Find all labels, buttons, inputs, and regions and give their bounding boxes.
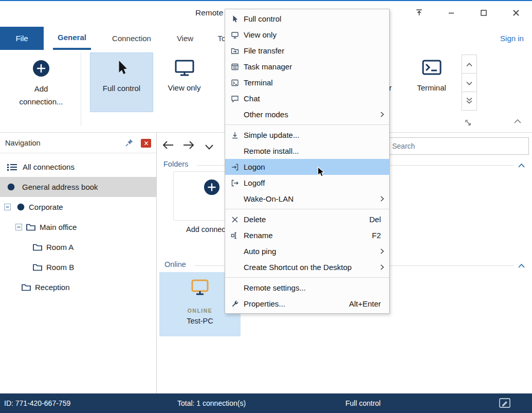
forward-button[interactable]	[182, 140, 195, 152]
ribbon-scroll-up-button[interactable]	[462, 55, 477, 74]
chevron-down-icon	[466, 78, 472, 87]
sidebar-item-general-address-book[interactable]: General address book	[0, 177, 156, 197]
minimize-button[interactable]	[443, 6, 460, 21]
collapse-expander-icon[interactable]	[4, 204, 11, 210]
mode-view-only-button[interactable]: View only	[155, 52, 213, 112]
submenu-arrow-icon	[380, 264, 384, 270]
menu-item-label: Full control	[244, 14, 281, 23]
sidebar-item-all-connections[interactable]: All connections	[0, 157, 156, 177]
menu-item-chat[interactable]: Chat	[225, 91, 389, 106]
navigation-dropdown-button[interactable]	[204, 143, 214, 152]
menu-item-create-shortcut[interactable]: Create Shortcut on the Desktop	[225, 259, 389, 275]
ribbon-collapse-button[interactable]	[513, 117, 522, 126]
address-book-icon	[17, 203, 25, 211]
menu-item-label: Simple update...	[244, 131, 299, 139]
logoff-icon	[230, 179, 240, 187]
status-badge: ONLINE	[188, 308, 213, 314]
tab-connection[interactable]: Connection	[107, 27, 156, 50]
menu-item-remote-install[interactable]: Remote install...	[225, 143, 389, 159]
menu-item-full-control[interactable]: Full control	[225, 11, 389, 27]
sidebar-item-room-b[interactable]: Room B	[0, 257, 156, 277]
tab-file[interactable]: File	[0, 27, 44, 50]
folders-collapse-button[interactable]	[518, 161, 525, 170]
menu-item-rename[interactable]: Rename F2	[225, 227, 389, 243]
sign-in-link[interactable]: Sign in	[497, 27, 527, 50]
tree-item-label: Main office	[40, 223, 77, 231]
menu-item-task-manager[interactable]: Task manager	[225, 59, 389, 75]
folders-group-label: Folders	[163, 160, 188, 168]
wrench-icon	[230, 300, 240, 308]
chat-icon	[230, 95, 240, 103]
address-book-icon	[7, 183, 15, 191]
feedback-note-icon[interactable]	[499, 398, 511, 409]
close-icon	[511, 8, 521, 19]
add-plus-icon	[32, 60, 50, 79]
menu-item-wake-on-lan[interactable]: Wake-On-LAN	[225, 191, 389, 207]
menu-item-label: Wake-On-LAN	[244, 194, 293, 203]
tab-view[interactable]: View	[174, 27, 196, 50]
menu-item-logoff[interactable]: Logoff	[225, 175, 389, 191]
chevron-down-icon	[204, 143, 214, 152]
menu-separator	[225, 124, 389, 125]
menu-item-file-transfer[interactable]: File transfer	[225, 43, 389, 59]
ribbon-dialog-launcher[interactable]	[464, 119, 471, 128]
menu-item-properties[interactable]: Properties... Alt+Enter	[225, 296, 389, 312]
maximize-button[interactable]	[475, 6, 492, 21]
menu-item-label: Rename	[244, 231, 273, 240]
window-top-accent	[0, 0, 532, 1]
arrow-left-icon	[162, 143, 174, 152]
menu-item-remote-settings[interactable]: Remote settings...	[225, 280, 389, 296]
close-button[interactable]	[507, 6, 525, 21]
add-connection-button[interactable]: Add connection...	[4, 51, 78, 127]
menu-item-label: Create Shortcut on the Desktop	[244, 263, 352, 272]
mode-terminal-button[interactable]: Terminal	[407, 52, 456, 112]
menu-item-logon[interactable]: Logon	[225, 159, 389, 175]
tab-general[interactable]: General	[53, 27, 91, 50]
close-panel-button[interactable]	[141, 139, 151, 148]
mode-label: Full control	[103, 84, 140, 93]
menu-item-label: Auto ping	[244, 247, 276, 256]
computer-name: Test-PC	[187, 317, 213, 325]
menu-shortcut: Del	[369, 215, 381, 224]
online-collapse-button[interactable]	[518, 261, 525, 270]
sidebar-item-room-a[interactable]: Room A	[0, 237, 156, 257]
menu-item-label: Logoff	[244, 178, 265, 187]
menu-item-delete[interactable]: Delete Del	[225, 211, 389, 227]
menu-item-view-only[interactable]: View only	[225, 27, 389, 43]
file-transfer-icon	[230, 47, 240, 55]
collapse-expander-icon[interactable]	[15, 224, 22, 230]
menu-item-label: Properties...	[244, 299, 285, 308]
add-plus-icon	[204, 179, 220, 220]
menu-item-terminal[interactable]: Terminal	[225, 75, 389, 91]
mode-full-control-button[interactable]: Full control	[90, 52, 153, 112]
online-monitor-icon	[190, 278, 210, 298]
menu-item-other-modes[interactable]: Other modes	[225, 106, 389, 122]
back-button[interactable]	[162, 140, 174, 152]
connections-list-icon	[7, 163, 17, 171]
context-menu: Full control View only File transfer Tas…	[225, 9, 390, 314]
mouse-cursor	[316, 166, 327, 179]
delete-x-icon	[230, 216, 240, 223]
menu-item-auto-ping[interactable]: Auto ping	[225, 243, 389, 259]
folder-icon	[22, 283, 31, 291]
pin-window-button[interactable]	[410, 6, 428, 21]
tree-item-label: Corporate	[29, 203, 63, 211]
ribbon-scroll-down-button[interactable]	[462, 73, 477, 92]
chevron-up-icon	[466, 60, 472, 68]
folder-icon	[26, 223, 35, 231]
pin-panel-button[interactable]	[125, 138, 134, 149]
menu-item-simple-update[interactable]: Simple update...	[225, 127, 389, 143]
download-icon	[230, 131, 240, 139]
menu-item-label: View only	[244, 30, 277, 39]
status-total: Total: 1 connection(s)	[177, 393, 246, 413]
sidebar-item-reception[interactable]: Reception	[0, 277, 156, 297]
sidebar-item-corporate[interactable]: Corporate	[0, 197, 156, 217]
mode-label: View only	[168, 83, 201, 92]
ribbon-scroll-more-button[interactable]	[462, 92, 477, 111]
status-id: ID: 771-420-667-759	[4, 393, 70, 413]
tree-item-label: Reception	[35, 283, 70, 292]
chevron-up-icon	[518, 261, 525, 270]
sidebar-item-main-office[interactable]: Main office	[0, 217, 156, 237]
search-input[interactable]	[386, 137, 529, 155]
mode-label: Terminal	[417, 83, 446, 92]
